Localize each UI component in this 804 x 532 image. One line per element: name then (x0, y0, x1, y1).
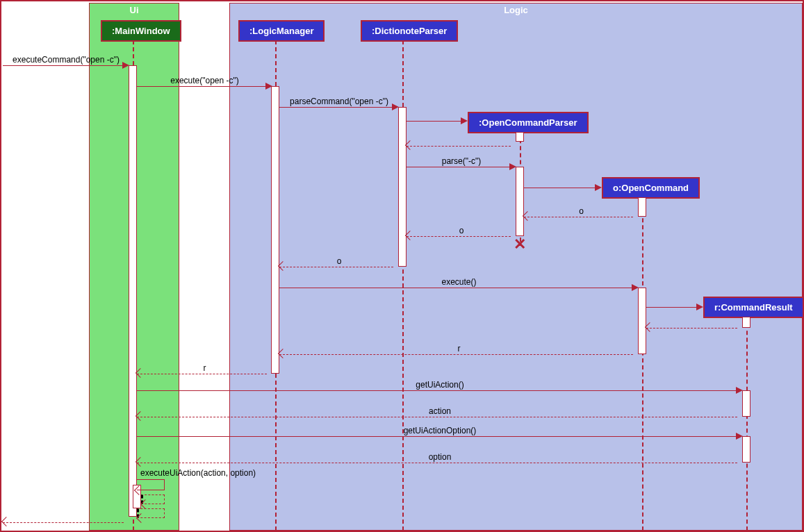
msg-execute-ui-action (137, 479, 165, 490)
msg-create-command-result (646, 299, 703, 310)
msg-return-create-command-result (646, 319, 743, 331)
lifeline-command-result (746, 317, 748, 531)
activation-open-command-parser-2 (516, 167, 524, 236)
participant-logic-manager: :LogicManager (238, 20, 325, 42)
msg-return-r-2-label: r (137, 363, 272, 373)
region-ui-title: Ui (90, 3, 179, 18)
msg-return-option-label: option (137, 452, 743, 462)
activation-main-window-1 (129, 65, 137, 517)
msg-get-ui-action-option: getUiActionOption() (137, 428, 743, 439)
activation-command-result-1 (742, 317, 750, 328)
msg-parse: parse("-c") (407, 158, 516, 169)
msg-return-o-2-label: o (407, 226, 516, 235)
activation-command-result-2 (742, 390, 750, 417)
msg-return-o-3-label: o (279, 256, 399, 266)
msg-parse-command-label: parseCommand("open -c") (279, 97, 399, 106)
msg-get-ui-action-option-label: getUiActionOption() (137, 426, 743, 435)
msg-execute-command: executeCommand("open -c") (3, 57, 129, 68)
msg-return-open-command-parser (407, 138, 516, 149)
msg-get-ui-action-label: getUiAction() (137, 380, 743, 390)
activation-open-command-2 (638, 288, 646, 354)
msg-get-ui-action: getUiAction() (137, 382, 743, 393)
sequence-diagram: Ui Logic :MainWindow :LogicManager :Dict… (0, 0, 804, 532)
msg-parse-label: parse("-c") (407, 156, 516, 166)
msg-execute-command-label: executeCommand("open -c") (3, 55, 129, 65)
msg-return-action-label: action (137, 406, 743, 416)
msg-return-o-2: o (407, 228, 516, 239)
msg-return-option: option (137, 454, 743, 465)
msg-create-open-command-parser (407, 113, 468, 124)
activation-open-command-parser-1 (516, 132, 524, 142)
msg-self-return-2 (137, 508, 165, 518)
activation-open-command-1 (638, 197, 646, 217)
participant-main-window: :MainWindow (101, 20, 181, 42)
destroy-open-command-parser: ✕ (513, 238, 527, 251)
msg-execute-ui-action-label: executeUiAction(action, option) (140, 468, 256, 478)
participant-open-command-parser: :OpenCommandParser (468, 112, 589, 133)
msg-return-action: action (137, 408, 743, 419)
msg-create-open-command (524, 179, 602, 190)
activation-dictionote-parser (398, 107, 407, 267)
msg-return-o-3: o (279, 258, 399, 269)
msg-return-o-1: o (524, 208, 639, 219)
msg-return-r-1-label: r (279, 344, 639, 354)
participant-dictionote-parser: :DictionoteParser (361, 20, 458, 42)
msg-execute: execute("open -c") (137, 78, 272, 89)
msg-final-return (3, 514, 129, 525)
lifeline-open-command (642, 197, 643, 531)
msg-return-r-1: r (279, 346, 639, 357)
msg-execute-label: execute("open -c") (137, 76, 272, 85)
msg-self-return-1 (141, 494, 165, 504)
region-logic-title: Logic (230, 3, 802, 18)
msg-return-o-1-label: o (524, 206, 639, 216)
msg-parse-command: parseCommand("open -c") (279, 99, 399, 110)
msg-return-r-2: r (137, 365, 272, 376)
msg-execute-open-label: execute() (279, 277, 639, 287)
participant-command-result: r:CommandResult (703, 297, 804, 318)
activation-logic-manager (271, 86, 279, 374)
msg-execute-open: execute() (279, 279, 639, 290)
activation-command-result-3 (742, 436, 750, 463)
participant-open-command: o:OpenCommand (602, 177, 700, 199)
